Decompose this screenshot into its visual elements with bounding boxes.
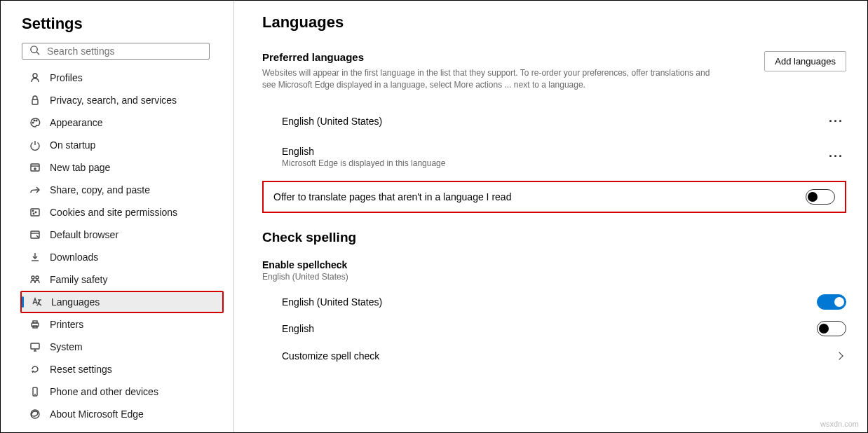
- svg-point-2: [33, 74, 37, 78]
- sidebar-item-downloads[interactable]: Downloads: [22, 246, 222, 268]
- sidebar-item-label: Cookies and site permissions: [50, 207, 177, 218]
- spellcheck-row-en: English: [262, 315, 846, 342]
- svg-point-5: [34, 120, 35, 121]
- reset-icon: [29, 364, 41, 375]
- svg-point-4: [32, 122, 34, 123]
- edge-icon: [29, 408, 41, 420]
- sidebar-item-label: Share, copy, and paste: [50, 184, 150, 195]
- download-icon: [29, 252, 41, 263]
- customize-spellcheck-row[interactable]: Customize spell check: [262, 342, 846, 367]
- settings-sidebar: Settings Profiles Privacy, search, and s…: [1, 1, 234, 432]
- enable-spellcheck-sub: English (United States): [262, 272, 846, 282]
- spellcheck-toggle-en[interactable]: [817, 321, 846, 336]
- svg-rect-22: [33, 321, 37, 323]
- sidebar-item-label: On startup: [50, 139, 95, 151]
- share-icon: [29, 184, 41, 195]
- search-icon: [29, 45, 47, 57]
- search-box[interactable]: [22, 43, 210, 60]
- content-pane: Languages Preferred languages Websites w…: [234, 1, 867, 432]
- svg-point-18: [32, 276, 34, 279]
- page-title: Languages: [262, 13, 846, 32]
- translate-offer-row: Offer to translate pages that aren't in …: [262, 181, 846, 213]
- profile-icon: [29, 72, 41, 83]
- add-languages-button[interactable]: Add languages: [764, 51, 846, 71]
- search-input[interactable]: [47, 46, 202, 57]
- sidebar-item-share[interactable]: Share, copy, and paste: [22, 179, 222, 201]
- language-note: Microsoft Edge is displayed in this lang…: [282, 158, 445, 168]
- spelling-section: Check spelling Enable spellcheck English…: [262, 230, 846, 367]
- translate-label: Offer to translate pages that aren't in …: [273, 191, 511, 202]
- sidebar-item-label: New tab page: [50, 162, 110, 173]
- language-row-en-us: English (United States) ···: [262, 104, 846, 139]
- sidebar-item-about[interactable]: About Microsoft Edge: [22, 403, 222, 425]
- sidebar-item-profiles[interactable]: Profiles: [22, 67, 222, 89]
- spellcheck-lang: English: [282, 323, 314, 334]
- sidebar-item-label: Printers: [50, 319, 83, 330]
- sidebar-item-label: Privacy, search, and services: [50, 95, 177, 106]
- sidebar-item-label: Languages: [51, 296, 100, 308]
- power-icon: [29, 139, 41, 151]
- more-actions-button[interactable]: ···: [826, 111, 846, 132]
- more-actions-button[interactable]: ···: [826, 146, 846, 167]
- svg-point-14: [33, 213, 34, 214]
- sidebar-item-label: Family safety: [50, 274, 107, 285]
- sidebar-item-newtab[interactable]: New tab page: [22, 156, 222, 179]
- sidebar-item-label: Phone and other devices: [50, 386, 158, 397]
- sidebar-item-cookies[interactable]: Cookies and site permissions: [22, 201, 222, 224]
- svg-point-6: [36, 120, 37, 121]
- svg-rect-3: [32, 99, 38, 104]
- family-icon: [29, 274, 41, 285]
- sidebar-item-label: Reset settings: [50, 364, 112, 375]
- system-icon: [29, 341, 41, 352]
- tab-icon: [29, 162, 41, 173]
- svg-point-13: [35, 212, 36, 212]
- browser-icon: [29, 229, 41, 240]
- sidebar-nav: Profiles Privacy, search, and services A…: [22, 67, 222, 425]
- sidebar-item-languages[interactable]: Languages: [20, 291, 224, 313]
- language-name: English (United States): [282, 116, 382, 127]
- sidebar-item-label: About Microsoft Edge: [50, 408, 144, 420]
- enable-spellcheck-label: Enable spellcheck: [262, 259, 846, 270]
- sidebar-item-system[interactable]: System: [22, 336, 222, 358]
- svg-point-0: [31, 46, 37, 53]
- sidebar-item-privacy[interactable]: Privacy, search, and services: [22, 89, 222, 111]
- sidebar-item-defaultbrowser[interactable]: Default browser: [22, 224, 222, 246]
- spellcheck-lang: English (United States): [282, 296, 382, 308]
- language-row-en: English Microsoft Edge is displayed in t…: [262, 139, 846, 175]
- sidebar-item-reset[interactable]: Reset settings: [22, 358, 222, 380]
- sidebar-item-label: Default browser: [50, 229, 118, 240]
- sidebar-item-family[interactable]: Family safety: [22, 268, 222, 291]
- sidebar-title: Settings: [22, 15, 222, 33]
- svg-rect-24: [31, 343, 39, 349]
- printer-icon: [29, 319, 41, 330]
- customize-label: Customize spell check: [282, 350, 379, 362]
- watermark-text: wsxdn.com: [820, 420, 859, 428]
- sidebar-item-label: Profiles: [50, 72, 83, 83]
- spellcheck-row-en-us: English (United States): [262, 289, 846, 315]
- sidebar-item-startup[interactable]: On startup: [22, 134, 222, 156]
- sidebar-item-label: Downloads: [50, 252, 98, 263]
- spelling-heading: Check spelling: [262, 230, 846, 245]
- phone-icon: [29, 386, 41, 397]
- sidebar-item-label: Appearance: [50, 117, 103, 128]
- cookie-icon: [29, 207, 41, 218]
- preferred-heading: Preferred languages: [262, 51, 725, 63]
- svg-line-1: [36, 52, 39, 55]
- sidebar-item-label: System: [50, 341, 83, 352]
- svg-point-19: [36, 276, 39, 279]
- language-icon: [30, 296, 43, 308]
- chevron-right-icon: [835, 352, 843, 359]
- spellcheck-toggle-en-us[interactable]: [817, 294, 846, 310]
- sidebar-item-printers[interactable]: Printers: [22, 313, 222, 336]
- lock-icon: [29, 95, 41, 106]
- palette-icon: [29, 117, 41, 128]
- sidebar-item-appearance[interactable]: Appearance: [22, 111, 222, 134]
- sidebar-item-phone[interactable]: Phone and other devices: [22, 380, 222, 403]
- preferred-description: Websites will appear in the first langua…: [262, 67, 725, 92]
- language-name: English: [282, 146, 445, 157]
- svg-point-12: [32, 210, 33, 211]
- translate-toggle[interactable]: [806, 189, 835, 205]
